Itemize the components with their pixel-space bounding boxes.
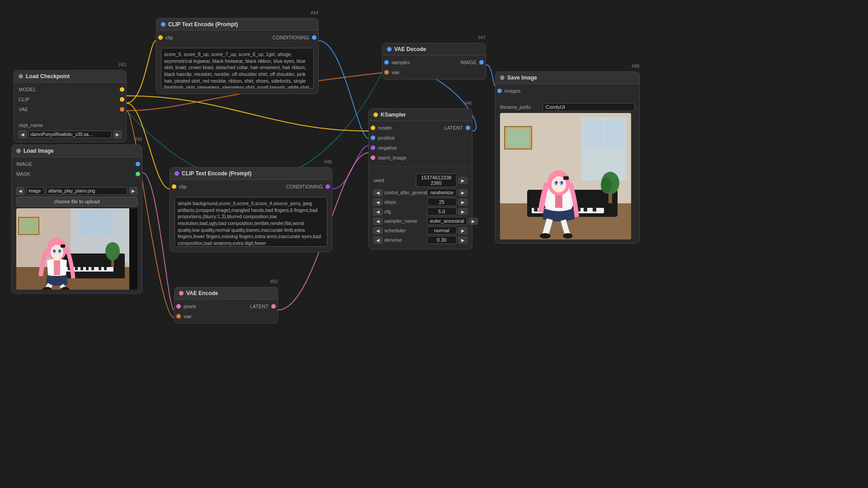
- vae50-in-port[interactable]: [176, 314, 181, 319]
- node-50-header: VAE Encode: [175, 287, 278, 300]
- seed-next-btn[interactable]: ▶: [458, 177, 467, 184]
- negative-in-label: negative: [378, 145, 397, 150]
- node-44-id: #44: [311, 10, 318, 15]
- port-45-clip: clip CONDITIONING: [175, 182, 327, 192]
- negative-prompt-textarea[interactable]: simple background,score_6,score_5,score_…: [175, 197, 327, 247]
- img-prev-btn[interactable]: ◀: [16, 187, 24, 195]
- img-select-row[interactable]: ◀ image atlanta_play_piano.png ▶: [16, 187, 137, 195]
- ckpt-next-btn[interactable]: ▶: [113, 131, 122, 138]
- svg-point-60: [105, 242, 120, 260]
- choose-file-button[interactable]: choose file to upload: [16, 197, 137, 206]
- ksampler-node: #46 KSampler model LATENT positive negat…: [368, 108, 472, 249]
- ckpt-value-row[interactable]: ◀ damnPonyxlRealistic_v30.sa... ▶: [19, 131, 122, 138]
- image-out-label: IMAGE: [461, 60, 476, 65]
- mask49-out-label: MASK: [16, 171, 30, 177]
- clip-in-port[interactable]: [158, 35, 163, 40]
- images-in-label: images: [505, 88, 520, 94]
- vae50-in-label: vae: [184, 314, 192, 319]
- positive-prompt-textarea[interactable]: score_9, score_8_up, score_7_up, score_6…: [161, 48, 314, 89]
- samples-in-label: samples: [392, 60, 410, 65]
- save-preview-svg: [500, 113, 631, 239]
- vae-encode-node: #50 VAE Encode pixels LATENT vae: [174, 287, 278, 324]
- seed-label: seed: [373, 178, 414, 183]
- svg-point-26: [540, 233, 551, 239]
- clip45-in-port[interactable]: [172, 184, 176, 189]
- node-43-header: Load Checkpoint: [14, 70, 126, 83]
- node-45-status-dot: [175, 171, 179, 176]
- port-latent-in: latent_image: [373, 153, 467, 163]
- scheduler-next-btn[interactable]: ▶: [458, 227, 467, 234]
- img-value: atlanta_play_piano.png: [46, 187, 127, 195]
- positive-in-label: positive: [378, 135, 395, 141]
- node-47-header: VAE Decode: [382, 43, 486, 56]
- node-44-body: score_9, score_8_up, score_7_up, score_6…: [156, 44, 318, 94]
- model-port[interactable]: [120, 87, 124, 92]
- steps-next-btn[interactable]: ▶: [458, 199, 467, 206]
- node-49-title: Load Image: [24, 148, 137, 154]
- cfg-label: cfg: [384, 209, 425, 214]
- save-image-preview: [500, 113, 631, 239]
- positive-in-port[interactable]: [371, 136, 375, 140]
- node-48-status-dot: [500, 75, 505, 80]
- node-47-id: #47: [478, 35, 486, 40]
- ckpt-prev-btn[interactable]: ◀: [19, 131, 27, 138]
- denoise-next-btn[interactable]: ▶: [458, 237, 467, 244]
- node-48-body: filename_prefix ComfyUI: [495, 98, 639, 243]
- control-next-btn[interactable]: ▶: [458, 189, 467, 196]
- cfg-prev-btn[interactable]: ◀: [373, 208, 382, 215]
- load-checkpoint-node: #43 Load Checkpoint MODEL CLIP VAE ckpt_…: [14, 70, 127, 142]
- mask49-out-port[interactable]: [136, 172, 140, 176]
- negative-in-port[interactable]: [371, 145, 375, 150]
- clip-in-label: clip: [165, 35, 173, 40]
- node-50-status-dot: [179, 291, 184, 296]
- port-49-mask: MASK: [16, 169, 137, 179]
- vae-decode-node: #47 VAE Decode samples IMAGE vae: [382, 43, 486, 80]
- sampler-next-btn[interactable]: ▶: [469, 218, 478, 225]
- node-46-header: KSampler: [369, 109, 472, 121]
- node-46-status-dot: [373, 113, 378, 117]
- model-in-port[interactable]: [371, 126, 375, 130]
- node-44-title: CLIP Text Encode (Prompt): [168, 21, 314, 28]
- node-49-id: #49: [134, 137, 142, 142]
- port-row-clip: CLIP: [19, 94, 122, 104]
- ckpt-value: damnPonyxlRealistic_v30.sa...: [28, 131, 112, 138]
- latent50-out-label: LATENT: [250, 304, 269, 309]
- conditioning-out-port[interactable]: [312, 35, 316, 40]
- node-48-id: #48: [632, 64, 639, 69]
- svg-point-54: [59, 250, 61, 252]
- samples-in-port[interactable]: [384, 60, 389, 65]
- pixels-in-label: pixels: [184, 304, 196, 309]
- control-prev-btn[interactable]: ◀: [373, 189, 382, 196]
- svg-rect-2: [584, 120, 603, 147]
- port-49-image: IMAGE: [16, 159, 137, 169]
- sampler-prev-btn[interactable]: ◀: [373, 218, 382, 225]
- latent50-out-port[interactable]: [271, 304, 276, 309]
- scheduler-prev-btn[interactable]: ◀: [373, 227, 382, 234]
- vae-port[interactable]: [120, 107, 124, 112]
- scheduler-value: normal: [427, 226, 457, 235]
- node-48-ports: images: [495, 84, 639, 98]
- image49-out-port[interactable]: [136, 162, 140, 166]
- save-image-node: #48 Save Image images filename_prefix Co…: [495, 71, 640, 244]
- pixels-in-port[interactable]: [176, 304, 181, 309]
- image-out-port[interactable]: [479, 60, 484, 65]
- control-after-value: randomize: [427, 188, 457, 197]
- svg-rect-48: [104, 267, 107, 270]
- latent-out-port[interactable]: [466, 126, 470, 130]
- ckpt-row: ckpt_name: [19, 122, 122, 128]
- denoise-prev-btn[interactable]: ◀: [373, 237, 382, 244]
- latent-in-port[interactable]: [371, 155, 375, 160]
- load-preview-svg: [16, 208, 129, 290]
- clip-port[interactable]: [120, 97, 124, 102]
- images-in-port[interactable]: [497, 89, 502, 93]
- model-port-label: MODEL: [19, 87, 36, 92]
- node-49-body: ◀ image atlanta_play_piano.png ▶ choose …: [12, 181, 142, 293]
- img-next-btn[interactable]: ▶: [129, 187, 137, 195]
- vae47-in-port[interactable]: [384, 70, 389, 75]
- filename-label: filename_prefix: [500, 105, 541, 110]
- cfg-next-btn[interactable]: ▶: [458, 208, 467, 215]
- filename-value[interactable]: ComfyUI: [542, 103, 635, 111]
- steps-prev-btn[interactable]: ◀: [373, 199, 382, 206]
- conditioning45-out-port[interactable]: [326, 184, 330, 189]
- node-47-status-dot: [387, 47, 392, 52]
